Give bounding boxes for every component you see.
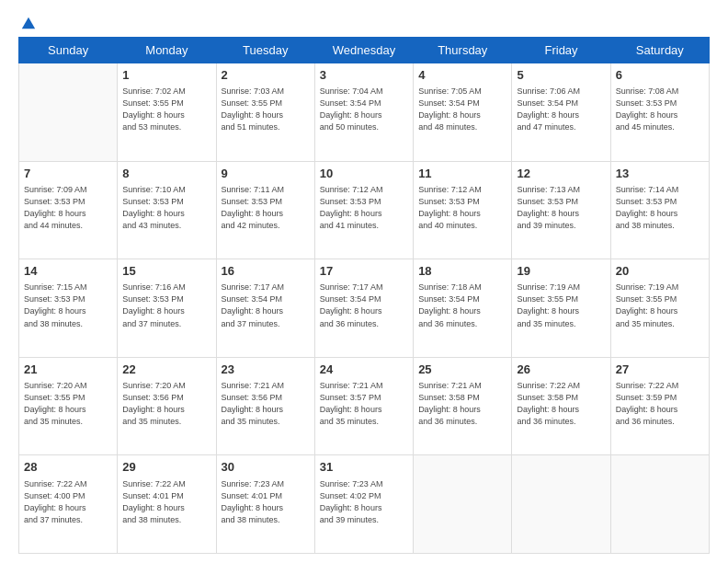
- calendar-cell: 14Sunrise: 7:15 AMSunset: 3:53 PMDayligh…: [19, 259, 118, 358]
- calendar-cell: 27Sunrise: 7:22 AMSunset: 3:59 PMDayligh…: [610, 357, 709, 455]
- logo-icon: [20, 15, 37, 31]
- calendar-cell: 22Sunrise: 7:20 AMSunset: 3:56 PMDayligh…: [118, 357, 216, 455]
- day-number: 12: [517, 166, 605, 182]
- calendar-cell: 12Sunrise: 7:13 AMSunset: 3:53 PMDayligh…: [512, 161, 610, 259]
- weekday-header: Sunday: [19, 38, 118, 63]
- day-info: Sunrise: 7:12 AMSunset: 3:53 PMDaylight:…: [320, 184, 408, 232]
- day-number: 31: [320, 459, 408, 476]
- calendar-cell: 16Sunrise: 7:17 AMSunset: 3:54 PMDayligh…: [216, 259, 314, 358]
- calendar-cell: 10Sunrise: 7:12 AMSunset: 3:53 PMDayligh…: [314, 161, 413, 259]
- day-number: 2: [222, 67, 310, 84]
- calendar-cell: 23Sunrise: 7:21 AMSunset: 3:56 PMDayligh…: [216, 357, 314, 455]
- day-number: 3: [320, 67, 408, 84]
- logo: [18, 15, 37, 28]
- calendar-cell: 8Sunrise: 7:10 AMSunset: 3:53 PMDaylight…: [118, 161, 216, 259]
- calendar-cell: 15Sunrise: 7:16 AMSunset: 3:53 PMDayligh…: [118, 259, 216, 358]
- day-info: Sunrise: 7:15 AMSunset: 3:53 PMDaylight:…: [24, 282, 112, 329]
- day-number: 28: [24, 459, 112, 476]
- calendar-cell: 2Sunrise: 7:03 AMSunset: 3:55 PMDaylight…: [216, 63, 314, 162]
- day-info: Sunrise: 7:06 AMSunset: 3:54 PMDaylight:…: [517, 86, 605, 133]
- day-info: Sunrise: 7:22 AMSunset: 4:00 PMDaylight:…: [24, 478, 112, 526]
- day-number: 10: [320, 166, 408, 182]
- day-info: Sunrise: 7:16 AMSunset: 3:53 PMDaylight:…: [122, 282, 210, 329]
- calendar-cell: 6Sunrise: 7:08 AMSunset: 3:53 PMDaylight…: [610, 63, 709, 162]
- day-info: Sunrise: 7:12 AMSunset: 3:53 PMDaylight:…: [418, 184, 506, 232]
- calendar-cell: 1Sunrise: 7:02 AMSunset: 3:55 PMDaylight…: [118, 63, 216, 162]
- day-number: 20: [616, 263, 704, 280]
- day-number: 6: [616, 67, 704, 84]
- day-info: Sunrise: 7:11 AMSunset: 3:53 PMDaylight:…: [222, 184, 310, 232]
- day-number: 7: [24, 166, 112, 182]
- calendar-cell: 29Sunrise: 7:22 AMSunset: 4:01 PMDayligh…: [118, 455, 216, 554]
- calendar-cell: 4Sunrise: 7:05 AMSunset: 3:54 PMDaylight…: [414, 63, 512, 162]
- calendar-cell: 17Sunrise: 7:17 AMSunset: 3:54 PMDayligh…: [314, 259, 413, 358]
- calendar-cell: 7Sunrise: 7:09 AMSunset: 3:53 PMDaylight…: [19, 161, 118, 259]
- day-info: Sunrise: 7:10 AMSunset: 3:53 PMDaylight:…: [122, 184, 210, 232]
- day-number: 30: [222, 459, 310, 476]
- weekday-header: Monday: [118, 38, 216, 63]
- day-number: 26: [517, 362, 605, 378]
- day-number: 25: [418, 362, 506, 378]
- day-number: 9: [222, 166, 310, 182]
- day-info: Sunrise: 7:17 AMSunset: 3:54 PMDaylight:…: [222, 282, 310, 329]
- day-number: 16: [222, 263, 310, 280]
- day-number: 24: [320, 362, 408, 378]
- day-number: 11: [418, 166, 506, 182]
- day-number: 21: [24, 362, 112, 378]
- day-number: 8: [122, 166, 210, 182]
- calendar-cell: 13Sunrise: 7:14 AMSunset: 3:53 PMDayligh…: [610, 161, 709, 259]
- calendar-cell: 5Sunrise: 7:06 AMSunset: 3:54 PMDaylight…: [512, 63, 610, 162]
- day-info: Sunrise: 7:13 AMSunset: 3:53 PMDaylight:…: [517, 184, 605, 232]
- calendar-cell: 3Sunrise: 7:04 AMSunset: 3:54 PMDaylight…: [314, 63, 413, 162]
- calendar-cell: [512, 455, 610, 554]
- day-number: 23: [222, 362, 310, 378]
- calendar-cell: 18Sunrise: 7:18 AMSunset: 3:54 PMDayligh…: [414, 259, 512, 358]
- svg-marker-0: [22, 17, 35, 29]
- day-info: Sunrise: 7:18 AMSunset: 3:54 PMDaylight:…: [418, 282, 506, 329]
- day-info: Sunrise: 7:20 AMSunset: 3:55 PMDaylight:…: [24, 380, 112, 428]
- calendar-cell: 11Sunrise: 7:12 AMSunset: 3:53 PMDayligh…: [414, 161, 512, 259]
- day-number: 22: [122, 362, 210, 378]
- calendar-cell: 19Sunrise: 7:19 AMSunset: 3:55 PMDayligh…: [512, 259, 610, 358]
- day-info: Sunrise: 7:17 AMSunset: 3:54 PMDaylight:…: [320, 282, 408, 329]
- day-info: Sunrise: 7:04 AMSunset: 3:54 PMDaylight:…: [320, 86, 408, 133]
- day-info: Sunrise: 7:22 AMSunset: 4:01 PMDaylight:…: [122, 478, 210, 526]
- day-info: Sunrise: 7:22 AMSunset: 3:59 PMDaylight:…: [616, 380, 704, 428]
- calendar-cell: 24Sunrise: 7:21 AMSunset: 3:57 PMDayligh…: [314, 357, 413, 455]
- calendar-cell: 31Sunrise: 7:23 AMSunset: 4:02 PMDayligh…: [314, 455, 413, 554]
- calendar-cell: [414, 455, 512, 554]
- day-number: 4: [418, 67, 506, 84]
- day-number: 18: [418, 263, 506, 280]
- day-number: 1: [122, 67, 210, 84]
- calendar-table: SundayMondayTuesdayWednesdayThursdayFrid…: [18, 37, 710, 554]
- weekday-header: Saturday: [610, 38, 709, 63]
- calendar-cell: 30Sunrise: 7:23 AMSunset: 4:01 PMDayligh…: [216, 455, 314, 554]
- day-info: Sunrise: 7:21 AMSunset: 3:57 PMDaylight:…: [320, 380, 408, 428]
- weekday-header: Wednesday: [314, 38, 413, 63]
- day-info: Sunrise: 7:20 AMSunset: 3:56 PMDaylight:…: [122, 380, 210, 428]
- day-info: Sunrise: 7:21 AMSunset: 3:56 PMDaylight:…: [222, 380, 310, 428]
- day-info: Sunrise: 7:23 AMSunset: 4:02 PMDaylight:…: [320, 478, 408, 526]
- day-number: 19: [517, 263, 605, 280]
- day-number: 13: [616, 166, 704, 182]
- day-number: 29: [122, 459, 210, 476]
- page: SundayMondayTuesdayWednesdayThursdayFrid…: [0, 0, 728, 563]
- calendar-cell: 28Sunrise: 7:22 AMSunset: 4:00 PMDayligh…: [19, 455, 118, 554]
- day-info: Sunrise: 7:21 AMSunset: 3:58 PMDaylight:…: [418, 380, 506, 428]
- calendar-cell: 9Sunrise: 7:11 AMSunset: 3:53 PMDaylight…: [216, 161, 314, 259]
- day-number: 15: [122, 263, 210, 280]
- weekday-header: Thursday: [414, 38, 512, 63]
- day-info: Sunrise: 7:05 AMSunset: 3:54 PMDaylight:…: [418, 86, 506, 133]
- logo-text: [18, 15, 37, 31]
- day-number: 14: [24, 263, 112, 280]
- day-info: Sunrise: 7:19 AMSunset: 3:55 PMDaylight:…: [517, 282, 605, 329]
- day-info: Sunrise: 7:03 AMSunset: 3:55 PMDaylight:…: [222, 86, 310, 133]
- weekday-header: Friday: [512, 38, 610, 63]
- calendar-cell: [610, 455, 709, 554]
- day-info: Sunrise: 7:09 AMSunset: 3:53 PMDaylight:…: [24, 184, 112, 232]
- day-number: 17: [320, 263, 408, 280]
- day-info: Sunrise: 7:22 AMSunset: 3:58 PMDaylight:…: [517, 380, 605, 428]
- day-info: Sunrise: 7:19 AMSunset: 3:55 PMDaylight:…: [616, 282, 704, 329]
- calendar-cell: [19, 63, 118, 162]
- weekday-header: Tuesday: [216, 38, 314, 63]
